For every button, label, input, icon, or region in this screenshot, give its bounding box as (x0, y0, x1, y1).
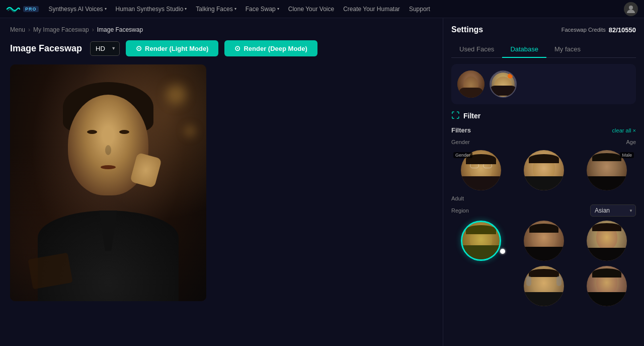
region-selector-wrap: Asian African Caucasian Latino (590, 204, 636, 217)
nav-face-swap[interactable]: Face Swap ▾ (246, 6, 279, 13)
chevron-down-icon: ▾ (185, 7, 187, 11)
credits-value: 82/10550 (609, 26, 636, 34)
credits-display: Faceswap Credits 82/10550 (561, 26, 636, 34)
nav-human-synthesys-studio[interactable]: Human Synthesys Studio ▾ (116, 6, 187, 13)
face-card-7[interactable] (514, 266, 573, 306)
face-card-8[interactable] (577, 266, 636, 306)
play-icon: ⊙ (136, 44, 142, 52)
portrait-background (10, 64, 206, 301)
filters-header: Filters clear all × (451, 126, 636, 134)
face-card-5[interactable] (514, 221, 573, 261)
nav-support[interactable]: Support (409, 6, 430, 13)
filter-age-label: Age (626, 139, 636, 145)
quality-select[interactable]: HD SD 4K (90, 41, 120, 56)
content-area: Menu › My Image Faceswap › Image Faceswa… (0, 18, 443, 346)
right-panel: Settings Faceswap Credits 82/10550 Used … (443, 18, 644, 346)
face-card-selected[interactable] (451, 221, 510, 261)
tab-used-faces[interactable]: Used Faces (451, 41, 502, 58)
nav-create-humatar[interactable]: Create Your Humatar (343, 6, 400, 13)
svg-point-0 (629, 6, 633, 10)
used-face-1[interactable] (457, 71, 485, 98)
used-faces-area (451, 64, 636, 104)
page-title: Image Faceswap (10, 43, 82, 54)
face-grid-row-2 (451, 221, 636, 261)
used-face-2[interactable] (490, 71, 517, 98)
face-grid-row-1: Gender Male (451, 150, 636, 190)
logo-icon (6, 4, 20, 14)
chevron-down-icon: ▾ (105, 7, 107, 11)
nav-items: Synthesys AI Voices ▾ Human Synthesys St… (49, 6, 614, 13)
top-navigation: PRO Synthesys AI Voices ▾ Human Synthesy… (0, 0, 644, 18)
male-tag: Male (620, 152, 634, 158)
play-icon: ⊙ (234, 44, 240, 52)
face-card-3[interactable]: Male (577, 150, 636, 190)
filter-adult-label: Adult (451, 195, 464, 201)
tab-my-faces[interactable]: My faces (546, 41, 589, 58)
cursor-indicator (500, 249, 505, 254)
chevron-down-icon: ▾ (277, 7, 279, 11)
render-deep-button[interactable]: ⊙ Render (Deep Mode) (224, 40, 317, 56)
panel-tabs: Used Faces Database My faces (451, 41, 636, 58)
nav-talking-faces[interactable]: Talking Faces ▾ (196, 6, 236, 13)
breadcrumb-my-image-faceswap[interactable]: My Image Faceswap (33, 26, 89, 33)
region-select[interactable]: Asian African Caucasian Latino (590, 204, 636, 217)
face-element (68, 95, 148, 195)
logo[interactable]: PRO (6, 4, 39, 14)
face-card-2[interactable] (514, 150, 573, 190)
panel-header: Settings Faceswap Credits 82/10550 (451, 25, 636, 34)
render-light-button[interactable]: ⊙ Render (Light Mode) (126, 40, 218, 56)
filter-region-label: Region (451, 207, 469, 214)
chevron-down-icon: ▾ (234, 7, 236, 11)
breadcrumb-menu[interactable]: Menu (10, 26, 25, 33)
pro-badge: PRO (23, 6, 39, 12)
nav-clone-voice[interactable]: Clone Your Voice (288, 6, 334, 13)
breadcrumb: Menu › My Image Faceswap › Image Faceswa… (10, 26, 433, 33)
nav-synthesys-ai-voices[interactable]: Synthesys AI Voices ▾ (49, 6, 107, 13)
filter-row-adult: Adult (451, 195, 636, 201)
filter-toggle[interactable]: ⛶ Filter (451, 111, 636, 120)
filter-gender-label: Gender (451, 139, 470, 145)
main-layout: Menu › My Image Faceswap › Image Faceswa… (0, 18, 644, 346)
face-grid-row-3 (451, 266, 636, 306)
user-avatar[interactable] (624, 2, 638, 16)
filter-row-gender-age: Gender Age (451, 139, 636, 145)
face-card-6[interactable] (577, 221, 636, 261)
breadcrumb-current: Image Faceswap (97, 26, 143, 33)
filter-icon: ⛶ (451, 111, 459, 120)
gender-tag: Gender (453, 152, 472, 158)
tab-database[interactable]: Database (502, 41, 546, 58)
clear-all-button[interactable]: clear all × (612, 127, 636, 133)
settings-title: Settings (451, 25, 483, 34)
quality-selector-wrap: HD SD 4K (90, 41, 120, 56)
image-preview (10, 64, 206, 301)
filter-row-region: Region Asian African Caucasian Latino (451, 204, 636, 217)
face-card-1[interactable]: Gender (451, 150, 510, 190)
